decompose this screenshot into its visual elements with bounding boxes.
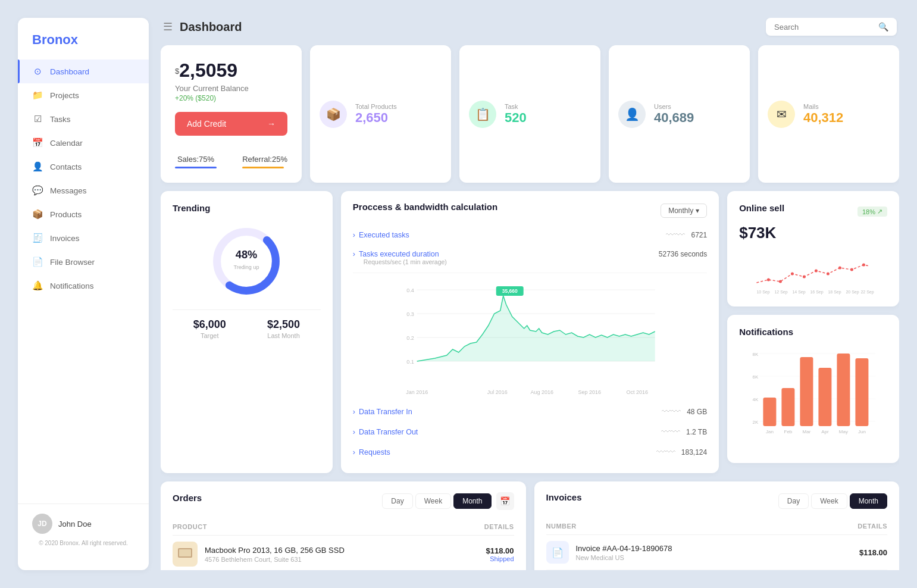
- svg-text:May: May: [839, 429, 848, 434]
- app-logo: Bronox: [18, 32, 149, 60]
- sidebar-item-label-products: Products: [50, 210, 82, 219]
- executed-tasks-left[interactable]: › Executed tasks: [353, 231, 409, 239]
- sales-label: Sales:75%: [175, 155, 217, 164]
- sidebar-item-messages[interactable]: 💬 Messages: [18, 179, 149, 202]
- trending-title: Trending: [173, 203, 321, 213]
- online-sell-chart: 10 Sep 12 Sep 14 Sep 16 Sep 18 Sep 20 Se…: [739, 247, 887, 295]
- last-month-label: Last Month: [267, 332, 300, 339]
- bandwidth-chart-svg: 0.4 0.3 0.2 0.1 35,660 Jan 2016: [353, 278, 707, 397]
- orders-tab-week[interactable]: Week: [415, 493, 451, 509]
- svg-text:Oct 2016: Oct 2016: [626, 389, 648, 395]
- invoice-info: Invoice #AA-04-19-1890678 New Medical US: [576, 544, 860, 561]
- header: ☰ Dashboard 🔍: [161, 18, 899, 36]
- middle-row: Trending 48% Treding up $6,000 Target: [161, 191, 899, 473]
- orders-tab-day[interactable]: Day: [382, 493, 412, 509]
- invoices-tab-month[interactable]: Month: [850, 493, 887, 509]
- data-transfer-in: › Data Transfer In 〰〰 48 GB: [353, 402, 707, 422]
- page-title: Dashboard: [180, 20, 242, 34]
- sidebar-item-products[interactable]: 📦 Products: [18, 202, 149, 226]
- task-icon: 📋: [475, 107, 490, 121]
- svg-point-19: [767, 279, 770, 282]
- sidebar-item-file-browser[interactable]: 📄 File Browser: [18, 250, 149, 274]
- search-icon: 🔍: [878, 22, 888, 32]
- calendar-icon-button[interactable]: 📅: [496, 492, 514, 510]
- invoices-tab-day[interactable]: Day: [778, 493, 809, 509]
- sales-item: Sales:75%: [175, 155, 217, 168]
- mails-value: 40,312: [803, 110, 843, 126]
- sidebar-item-contacts[interactable]: 👤 Contacts: [18, 155, 149, 179]
- svg-text:Feb: Feb: [784, 429, 793, 434]
- sidebar-item-label-invoices: Invoices: [50, 234, 80, 243]
- users-card: 👤 Users 40,689: [609, 45, 750, 183]
- nav-icon-invoices: 🧾: [32, 233, 43, 243]
- products-sub: Total Products: [355, 103, 397, 110]
- orders-tabs-wrapper: Day Week Month 📅: [382, 492, 514, 510]
- invoice-cell: 📄 Invoice #AA-04-19-1890678 New Medical …: [546, 541, 860, 564]
- search-input[interactable]: [774, 23, 874, 32]
- add-credit-button[interactable]: Add Credit →: [175, 112, 287, 136]
- chevron-right-icon: ›: [353, 231, 355, 239]
- menu-icon[interactable]: ☰: [163, 20, 173, 33]
- sidebar-item-projects[interactable]: 📁 Projects: [18, 83, 149, 107]
- sidebar-footer: JD John Doe © 2020 Bronox. All right res…: [18, 503, 149, 556]
- task-card: 📋 Task 520: [459, 45, 600, 183]
- online-sell-svg: 10 Sep 12 Sep 14 Sep 16 Sep 18 Sep 20 Se…: [739, 247, 887, 295]
- balance-amount: 2,5059: [179, 60, 237, 81]
- svg-text:Apr: Apr: [821, 429, 829, 434]
- sidebar-item-calendar[interactable]: 📅 Calendar: [18, 131, 149, 155]
- invoice-icon: 📄: [546, 541, 569, 564]
- svg-text:Sep 2016: Sep 2016: [578, 389, 601, 395]
- wave-icon-req: 〰〰: [656, 447, 675, 458]
- svg-text:Treding  up: Treding up: [234, 264, 259, 270]
- sidebar-item-invoices[interactable]: 🧾 Invoices: [18, 226, 149, 250]
- products-icon-circle: 📦: [320, 101, 347, 128]
- main-content: ☰ Dashboard 🔍 $2,5059 Your Current Balan…: [161, 18, 899, 570]
- sidebar-item-dashboard[interactable]: ⊙ Dashboard: [18, 60, 149, 83]
- copyright: © 2020 Bronox. All right reserved.: [32, 540, 134, 546]
- avatar: JD: [32, 514, 52, 534]
- monthly-filter-button[interactable]: Monthly ▾: [661, 204, 707, 218]
- notifications-card: Notifications 8K 6K 4K 2K: [727, 315, 899, 463]
- dashboard-grid: $2,5059 Your Current Balance +20% ($520)…: [161, 45, 899, 570]
- svg-text:22 Sep: 22 Sep: [861, 290, 874, 295]
- orders-header: Orders Day Week Month 📅: [173, 492, 514, 510]
- nav-icon-projects: 📁: [32, 90, 43, 101]
- sidebar-nav: ⊙ Dashboard 📁 Projects ☑ Tasks 📅 Calenda…: [18, 60, 149, 503]
- svg-rect-46: [819, 368, 832, 426]
- svg-text:Aug 2016: Aug 2016: [530, 389, 553, 395]
- online-sell-title: Online sell: [739, 203, 784, 213]
- chevron-right-icon-2: ›: [353, 408, 355, 416]
- svg-text:14 Sep: 14 Sep: [793, 290, 806, 295]
- last-month-value: $2,500: [267, 318, 300, 331]
- svg-text:4K: 4K: [753, 397, 759, 402]
- product-status: Shipped: [486, 555, 514, 562]
- notifications-chart: 8K 6K 4K 2K: [739, 344, 887, 451]
- sidebar-item-label-file-browser: File Browser: [50, 258, 95, 267]
- orders-tab-month[interactable]: Month: [453, 493, 491, 509]
- task-icon-circle: 📋: [469, 101, 496, 128]
- executed-tasks-label: Executed tasks: [359, 231, 409, 239]
- invoices-col-number: Number: [546, 523, 577, 530]
- nav-icon-notifications: 🔔: [32, 280, 43, 291]
- trend-stats: $6,000 Target $2,500 Last Month: [173, 309, 321, 339]
- sidebar-item-notifications[interactable]: 🔔 Notifications: [18, 274, 149, 298]
- svg-text:0.1: 0.1: [406, 359, 414, 365]
- svg-text:16 Sep: 16 Sep: [810, 290, 824, 295]
- target-value: $6,000: [193, 318, 226, 331]
- svg-rect-47: [837, 354, 850, 426]
- sidebar-item-tasks[interactable]: ☑ Tasks: [18, 107, 149, 131]
- orders-title: Orders: [173, 493, 202, 503]
- trending-card: Trending 48% Treding up $6,000 Target: [161, 191, 333, 473]
- right-column: Online sell 18% ↗ $73K: [727, 191, 899, 473]
- invoices-tab-week[interactable]: Week: [811, 493, 847, 509]
- tasks-duration-left[interactable]: › Tasks executed duration: [353, 250, 439, 258]
- bandwidth-header: Proccess & bandwidth calculation Monthly…: [353, 202, 707, 219]
- chevron-right-icon-1: ›: [353, 250, 355, 258]
- orders-table-header: Product Details: [173, 518, 514, 536]
- os-header: Online sell 18% ↗: [739, 203, 887, 220]
- svg-text:Jan 2016: Jan 2016: [406, 389, 428, 395]
- wave-icon-0: 〰〰: [666, 230, 685, 240]
- sales-referral: Sales:75% Referral:25%: [175, 146, 287, 168]
- wave-icon-dti: 〰〰: [662, 406, 681, 417]
- data-transfer-out: › Data Transfer Out 〰〰 1.2 TB: [353, 422, 707, 442]
